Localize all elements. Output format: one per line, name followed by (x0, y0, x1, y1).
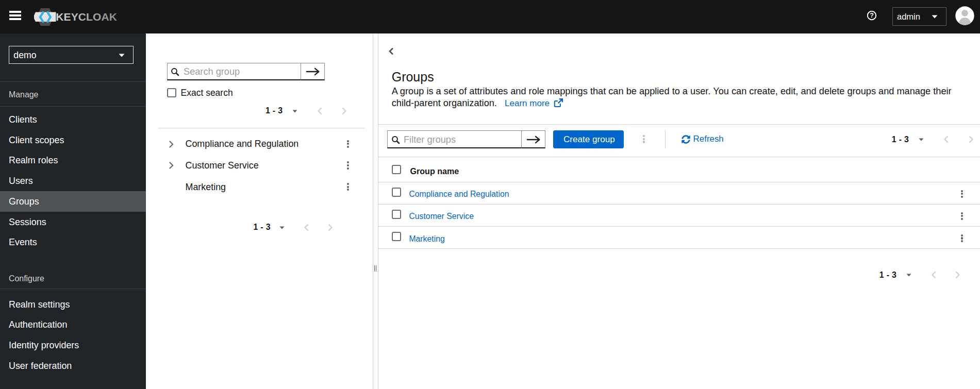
svg-text:?: ? (870, 12, 874, 19)
svg-text:KEYCLOAK: KEYCLOAK (56, 11, 117, 23)
